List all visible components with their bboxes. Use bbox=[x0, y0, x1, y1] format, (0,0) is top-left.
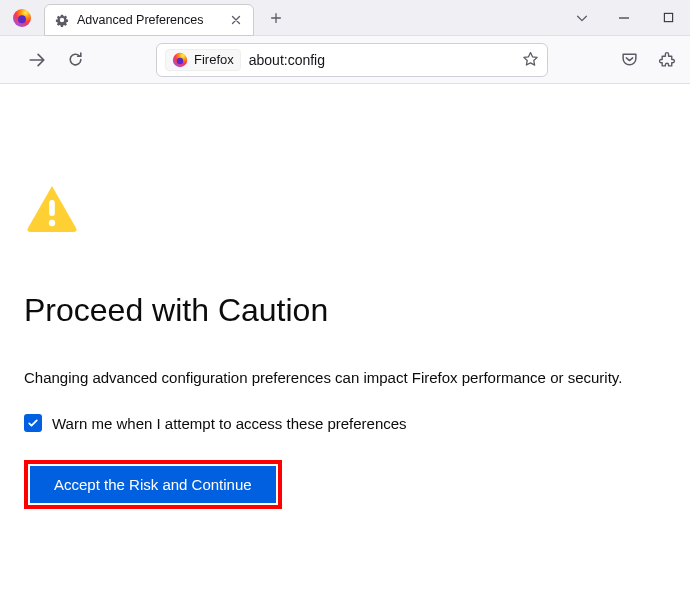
tab-title: Advanced Preferences bbox=[77, 13, 221, 27]
check-icon bbox=[27, 417, 39, 429]
url-input[interactable] bbox=[249, 52, 514, 68]
warn-checkbox-label: Warn me when I attempt to access these p… bbox=[52, 415, 407, 432]
warning-icon bbox=[26, 184, 666, 236]
gear-icon bbox=[55, 13, 69, 27]
all-tabs-button[interactable] bbox=[562, 11, 602, 25]
browser-tab[interactable]: Advanced Preferences bbox=[44, 4, 254, 36]
arrow-right-icon bbox=[28, 51, 46, 69]
page-content: Proceed with Caution Changing advanced c… bbox=[0, 84, 690, 509]
minimize-icon bbox=[618, 12, 630, 24]
chevron-down-icon bbox=[575, 11, 589, 25]
url-bar[interactable]: Firefox bbox=[156, 43, 548, 77]
pocket-button[interactable] bbox=[612, 43, 646, 77]
svg-point-1 bbox=[18, 15, 26, 23]
page-description: Changing advanced configuration preferen… bbox=[24, 369, 666, 386]
app-icon bbox=[0, 0, 44, 36]
svg-rect-2 bbox=[664, 13, 672, 21]
nav-toolbar: Firefox bbox=[0, 36, 690, 84]
firefox-logo-icon bbox=[172, 52, 188, 68]
firefox-logo-icon bbox=[12, 8, 32, 28]
bookmark-star-icon[interactable] bbox=[522, 51, 539, 68]
reload-button[interactable] bbox=[58, 43, 92, 77]
identity-label: Firefox bbox=[194, 52, 234, 67]
plus-icon bbox=[269, 11, 283, 25]
page-title: Proceed with Caution bbox=[24, 292, 666, 329]
window-maximize-button[interactable] bbox=[646, 4, 690, 32]
titlebar: Advanced Preferences bbox=[0, 0, 690, 36]
warn-checkbox[interactable] bbox=[24, 414, 42, 432]
svg-point-4 bbox=[177, 57, 183, 63]
maximize-icon bbox=[663, 12, 674, 23]
accept-risk-button[interactable]: Accept the Risk and Continue bbox=[30, 466, 276, 503]
site-identity[interactable]: Firefox bbox=[165, 49, 241, 71]
accept-button-highlight: Accept the Risk and Continue bbox=[24, 460, 282, 509]
pocket-icon bbox=[621, 51, 638, 68]
puzzle-icon bbox=[659, 51, 676, 68]
new-tab-button[interactable] bbox=[262, 4, 290, 32]
reload-icon bbox=[67, 51, 84, 68]
warn-checkbox-row: Warn me when I attempt to access these p… bbox=[24, 414, 666, 432]
extensions-button[interactable] bbox=[650, 43, 684, 77]
svg-rect-5 bbox=[49, 200, 55, 216]
close-icon[interactable] bbox=[229, 13, 243, 27]
svg-point-6 bbox=[49, 220, 55, 226]
window-minimize-button[interactable] bbox=[602, 4, 646, 32]
forward-button[interactable] bbox=[20, 43, 54, 77]
